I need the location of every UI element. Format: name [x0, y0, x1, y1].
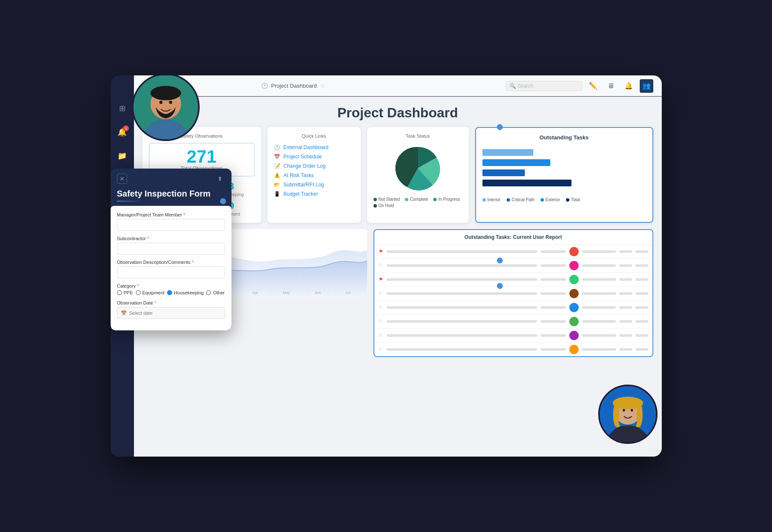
manager-label: Manager/Project Team Member *: [117, 212, 225, 217]
change-order-label: Change Order Log: [284, 163, 326, 169]
category-label: Category *: [117, 283, 225, 288]
quick-links-card: Quick Links 🕐 External Dashboard 📅 Proje…: [268, 127, 361, 223]
task-status-title: Task Status: [373, 133, 463, 139]
external-dashboard-label: External Dashboard: [284, 144, 329, 150]
form-close-button[interactable]: ✕: [117, 174, 127, 184]
safety-inspection-form: ✕ ⬆ Safety Inspection Form Manager/Proje…: [111, 169, 231, 330]
table-row: ⚐: [374, 329, 652, 343]
sidebar-notifications[interactable]: 🔔 3: [114, 125, 130, 140]
category-radio-group: PPE Equipment Housekeeping Other: [117, 290, 225, 295]
outstanding-tasks-bottom-card: Outstanding Tasks: Current User Report ⚑…: [373, 229, 653, 357]
table-row: ⚐: [374, 259, 652, 273]
table-row: ⚐: [374, 343, 652, 356]
link-budget[interactable]: 📱 Budget Tracker: [274, 189, 354, 199]
monitor-icon[interactable]: 🖥: [604, 79, 618, 93]
flag-icon: ⚐: [379, 305, 383, 310]
date-placeholder: Select date: [129, 310, 153, 316]
svg-point-15: [630, 409, 633, 412]
link-submittal[interactable]: 📂 Submittal/RFI Log: [274, 180, 354, 189]
housekeeping-radio[interactable]: [167, 290, 172, 295]
subcontractor-label: Subcontractor *: [117, 236, 225, 241]
task-status-card: Task Status: [367, 127, 469, 223]
date-label: Observation Date *: [117, 300, 225, 305]
connector-dot-3: [497, 124, 503, 130]
link-change-order[interactable]: 📝 Change Order Log: [274, 161, 354, 171]
sidebar-home[interactable]: ⊞: [114, 101, 130, 116]
bar-critical: [482, 169, 525, 176]
link-external-dashboard[interactable]: 🕐 External Dashboard: [274, 143, 354, 152]
other-radio[interactable]: [206, 290, 211, 295]
ppe-radio[interactable]: [117, 290, 122, 295]
category-ppe[interactable]: PPE: [117, 290, 133, 295]
connector-dot-1: [220, 198, 226, 204]
flag-icon: ⚐: [379, 346, 383, 352]
bar-exterior: [482, 159, 550, 166]
avatar-illustration: [134, 75, 198, 141]
form-divider: [117, 201, 142, 202]
quick-links-title: Quick Links: [274, 133, 354, 139]
dashboard-tab-title: Project Dashboard: [271, 83, 317, 89]
submittal-icon: 📂: [274, 182, 280, 188]
svg-point-6: [169, 101, 172, 104]
notification-icon[interactable]: 🔔: [622, 79, 635, 93]
search-placeholder: Search: [518, 83, 534, 89]
star-favorite-icon[interactable]: ☆: [320, 83, 325, 89]
task-status-pie: [393, 143, 443, 194]
observation-label: Observation Description/Comments *: [117, 260, 225, 265]
svg-point-4: [150, 86, 181, 100]
page-title: Project Dashboard: [134, 97, 662, 127]
at-risk-label: At Risk Tasks: [284, 172, 314, 178]
outstanding-tasks-title: Outstanding Tasks: [482, 134, 646, 141]
link-project-schedule[interactable]: 📅 Project Schedule: [274, 152, 354, 161]
people-icon[interactable]: 👥: [640, 79, 653, 93]
sidebar-folder[interactable]: 📁: [114, 148, 130, 163]
avatar-secondary-illustration: [600, 385, 656, 444]
subcontractor-input[interactable]: [117, 243, 225, 255]
form-share-button[interactable]: ⬆: [215, 174, 225, 184]
budget-icon: 📱: [274, 191, 280, 197]
flag-icon: ⚐: [379, 291, 383, 296]
budget-label: Budget Tracker: [284, 191, 318, 197]
form-title: Safety Inspection Form: [111, 189, 231, 201]
change-order-icon: 📝: [274, 163, 280, 169]
connector-dot-2: [497, 258, 503, 263]
category-housekeeping[interactable]: Housekeeping: [167, 290, 203, 295]
pencil-icon[interactable]: ✏️: [586, 79, 600, 93]
observation-input[interactable]: [117, 266, 225, 278]
bar-interior: [482, 149, 533, 156]
chart-legend: Interior Critical Path Exterior Total: [482, 197, 646, 202]
project-schedule-icon: 📅: [274, 154, 280, 160]
svg-rect-12: [614, 402, 619, 422]
category-equipment[interactable]: Equipment: [136, 290, 165, 295]
calendar-icon: 📅: [121, 310, 127, 316]
flag-icon: ⚑: [379, 249, 383, 255]
flag-icon: ⚐: [379, 319, 383, 324]
svg-rect-13: [636, 402, 641, 422]
connector-dot-4: [497, 283, 503, 289]
submittal-label: Submittal/RFI Log: [284, 182, 324, 188]
flag-icon: ⚑: [379, 277, 383, 283]
flag-icon: ⚐: [379, 263, 383, 269]
flag-icon: ⚐: [379, 332, 383, 338]
bar-total: [482, 180, 571, 186]
svg-point-5: [159, 101, 162, 104]
at-risk-icon: ⚠️: [274, 172, 280, 178]
outstanding-tasks-card: Outstanding Tasks: [475, 127, 653, 223]
table-row: ⚑: [374, 273, 652, 287]
total-count: 271: [156, 148, 248, 166]
table-row: ⚐: [374, 301, 652, 315]
link-at-risk[interactable]: ⚠️ At Risk Tasks: [274, 171, 354, 180]
external-dashboard-icon: 🕐: [274, 144, 280, 150]
project-schedule-label: Project Schedule: [284, 154, 322, 160]
profile-main-avatar: [132, 75, 200, 141]
pie-legend: Not Started Complete In Progress On Hold: [373, 197, 463, 208]
profile-secondary-avatar: [598, 385, 658, 444]
date-input[interactable]: 📅 Select date: [117, 307, 225, 319]
table-row: ⚐: [374, 315, 652, 329]
outstanding-bottom-title: Outstanding Tasks: Current User Report: [374, 230, 652, 245]
equipment-radio[interactable]: [136, 290, 141, 295]
table-row: ⚐: [374, 287, 652, 301]
category-other[interactable]: Other: [206, 290, 225, 295]
table-row: ⚑: [374, 245, 652, 259]
manager-input[interactable]: [117, 219, 225, 231]
